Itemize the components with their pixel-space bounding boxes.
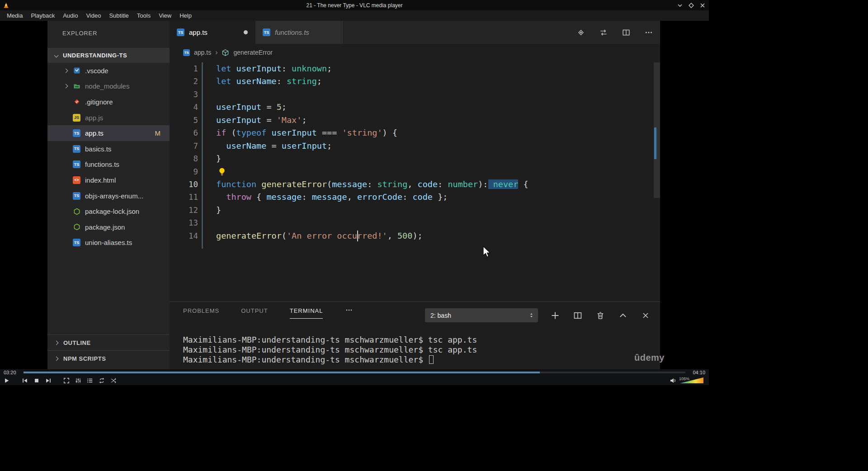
code-line-6[interactable]: 6if (typeof userInput === 'string') { xyxy=(170,127,654,139)
close-panel-icon[interactable] xyxy=(641,311,650,320)
code-line-4[interactable]: 4userInput = 5; xyxy=(170,101,654,113)
tab-label: app.ts xyxy=(189,28,208,36)
line-number: 10 xyxy=(170,178,198,191)
code-line-9[interactable]: 9 xyxy=(170,165,654,178)
code-text: userName = userInput; xyxy=(216,140,332,152)
panel-overflow-icon[interactable] xyxy=(344,306,354,314)
file-tree: .vscodenode_modules.gitignoreJSapp.jsTSa… xyxy=(47,63,170,250)
menu-playback[interactable]: Playback xyxy=(27,10,59,21)
lightbulb-icon[interactable] xyxy=(217,167,226,176)
file-.vscode[interactable]: .vscode xyxy=(47,63,170,79)
loop-button[interactable] xyxy=(97,376,107,385)
menu-subtitle[interactable]: Subtitle xyxy=(105,10,132,21)
fullscreen-button[interactable] xyxy=(61,376,71,385)
maximize-panel-icon[interactable] xyxy=(618,311,627,320)
explorer-root-folder[interactable]: UNDERSTANDING-TS xyxy=(47,48,170,63)
menu-audio[interactable]: Audio xyxy=(59,10,82,21)
unsaved-dot-icon[interactable] xyxy=(244,30,248,34)
new-terminal-icon[interactable] xyxy=(551,311,560,320)
code-line-14[interactable]: 14generateError('An error occurred!', 50… xyxy=(170,230,654,242)
panel-tab-terminal[interactable]: TERMINAL xyxy=(290,307,323,319)
sidebar-section-npm-scripts[interactable]: NPM SCRIPTS xyxy=(47,350,170,366)
speaker-icon[interactable] xyxy=(670,377,677,384)
compare-icon[interactable] xyxy=(599,28,608,37)
section-label: OUTLINE xyxy=(63,339,91,346)
file-app.ts[interactable]: TSapp.tsM xyxy=(47,125,170,141)
panel-tab-problems[interactable]: PROBLEMS xyxy=(183,307,219,318)
sidebar-sections: OUTLINENPM SCRIPTS xyxy=(47,334,170,366)
code-editor[interactable]: 1let userInput: unknown;2let userName: s… xyxy=(170,61,654,301)
vscode-file-icon xyxy=(73,67,80,75)
next-button[interactable] xyxy=(43,376,53,385)
code-line-5[interactable]: 5userInput = 'Max'; xyxy=(170,114,654,127)
code-line-8[interactable]: 8} xyxy=(170,152,654,165)
close-button-icon[interactable] xyxy=(699,2,706,9)
udemy-watermark: ûdemy xyxy=(634,353,665,363)
line-number: 2 xyxy=(170,75,198,88)
line-number: 14 xyxy=(170,230,198,242)
code-line-12[interactable]: 12} xyxy=(170,204,654,217)
previous-button[interactable] xyxy=(20,376,30,385)
menu-view[interactable]: View xyxy=(155,10,175,21)
file-package-lock.json[interactable]: package-lock.json xyxy=(47,203,170,219)
html-file-icon: <> xyxy=(73,176,80,184)
video-area[interactable]: EXPLORER UNDERSTANDING-TS .vscodenode_mo… xyxy=(0,21,709,369)
kill-terminal-icon[interactable] xyxy=(596,311,605,320)
playlist-icon xyxy=(87,377,93,384)
vlc-controls: 105% xyxy=(0,376,709,385)
previous-icon xyxy=(22,377,28,384)
ts-file-icon: TS xyxy=(73,160,80,168)
open-changes-icon[interactable] xyxy=(577,28,585,37)
panel-tab-output[interactable]: OUTPUT xyxy=(241,307,268,318)
file-node-modules[interactable]: node_modules xyxy=(47,79,170,94)
random-button[interactable] xyxy=(108,376,118,385)
text-caret xyxy=(357,231,358,241)
playlist-button[interactable] xyxy=(85,376,95,385)
volume-percent: 105% xyxy=(679,377,689,381)
play-button[interactable] xyxy=(2,376,12,385)
file-package.json[interactable]: package.json xyxy=(47,219,170,235)
maximize-button-icon[interactable] xyxy=(688,2,695,9)
file-functions.ts[interactable]: TSfunctions.ts xyxy=(47,157,170,173)
sidebar-section-outline[interactable]: OUTLINE xyxy=(47,334,170,350)
file-.gitignore[interactable]: .gitignore xyxy=(47,94,170,110)
code-line-7[interactable]: 7 userName = userInput; xyxy=(170,140,654,152)
code-line-11[interactable]: 11 throw { message: message, errorCode: … xyxy=(170,191,654,203)
vlc-titlebar: 21 - The never Type - VLC media player xyxy=(0,0,709,10)
menu-tools[interactable]: Tools xyxy=(133,10,155,21)
file-basics.ts[interactable]: TSbasics.ts xyxy=(47,141,170,157)
code-line-10[interactable]: 10function generateError(message: string… xyxy=(170,178,654,191)
vlc-seekbar: 03:20 04:10 xyxy=(0,369,709,376)
extended-settings-button[interactable] xyxy=(73,376,83,385)
file-union-aliases.ts[interactable]: TSunion-aliases.ts xyxy=(47,235,170,251)
code-line-3[interactable]: 3 xyxy=(170,88,654,101)
scrollbar-decoration xyxy=(654,127,656,159)
terminal-shell-select[interactable]: 2: bash xyxy=(425,308,538,322)
split-terminal-icon[interactable] xyxy=(573,311,582,320)
breadcrumb-symbol[interactable]: generateError xyxy=(233,49,272,56)
code-line-1[interactable]: 1let userInput: unknown; xyxy=(170,62,654,75)
file-objs-arrays-enum...[interactable]: TSobjs-arrays-enum... xyxy=(47,188,170,204)
editor-tab-app.ts[interactable]: TSapp.ts xyxy=(170,21,255,44)
editor-scrollbar[interactable] xyxy=(654,61,660,301)
stop-button[interactable] xyxy=(32,376,42,385)
menu-media[interactable]: Media xyxy=(3,10,27,21)
menu-help[interactable]: Help xyxy=(175,10,196,21)
editor-tab-functions.ts[interactable]: TSfunctions.ts xyxy=(255,21,344,44)
split-editor-icon[interactable] xyxy=(622,28,630,37)
breadcrumb[interactable]: TS app.ts › generateError xyxy=(170,44,660,61)
file-app.js[interactable]: JSapp.js xyxy=(47,110,170,126)
terminal-output[interactable]: Maximilians-MBP:understanding-ts mschwar… xyxy=(183,335,477,365)
code-text: } xyxy=(216,152,221,165)
minimize-button-icon[interactable] xyxy=(676,2,684,9)
file-index.html[interactable]: <>index.html xyxy=(47,172,170,188)
code-line-2[interactable]: 2let userName: string; xyxy=(170,75,654,88)
more-actions-icon[interactable] xyxy=(645,28,653,37)
line-number: 11 xyxy=(170,191,198,203)
menu-video[interactable]: Video xyxy=(82,10,105,21)
code-line-13[interactable]: 13 xyxy=(170,217,654,229)
vscode-screen: EXPLORER UNDERSTANDING-TS .vscodenode_mo… xyxy=(47,21,660,369)
seek-slider[interactable] xyxy=(24,372,685,373)
breadcrumb-file[interactable]: app.ts xyxy=(194,49,211,56)
line-number: 3 xyxy=(170,88,198,101)
